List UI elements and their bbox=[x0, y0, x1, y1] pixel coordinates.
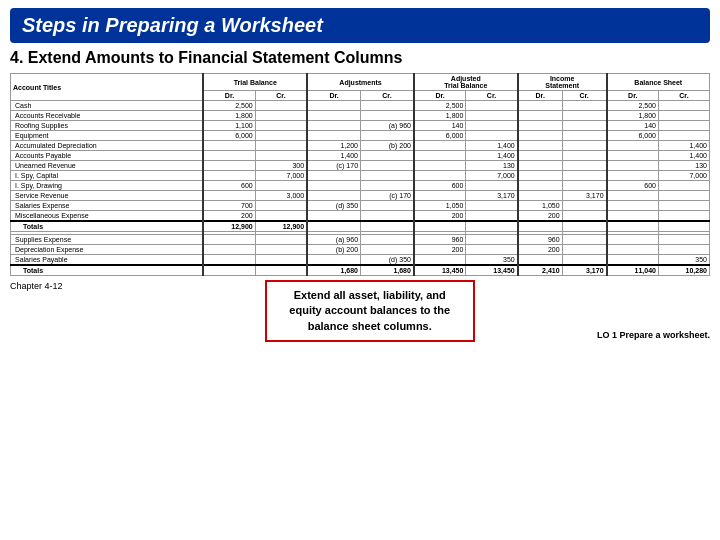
table-cell: 6,000 bbox=[414, 131, 466, 141]
th-bs-dr: Dr. bbox=[607, 91, 659, 101]
table-cell bbox=[361, 245, 414, 255]
table-cell: 11,040 bbox=[607, 265, 659, 276]
table-cell: I. Spy, Drawing bbox=[11, 181, 204, 191]
col-account-title: Account Titles bbox=[11, 74, 204, 101]
table-cell: 200 bbox=[203, 211, 255, 222]
table-cell bbox=[255, 265, 307, 276]
table-cell: Service Revenue bbox=[11, 191, 204, 201]
table-cell bbox=[361, 151, 414, 161]
table-cell: (b) 200 bbox=[361, 141, 414, 151]
table-cell bbox=[607, 161, 659, 171]
th-is-dr: Dr. bbox=[518, 91, 562, 101]
table-cell: 600 bbox=[414, 181, 466, 191]
table-cell bbox=[562, 101, 606, 111]
table-cell bbox=[658, 221, 709, 232]
table-cell bbox=[518, 181, 562, 191]
table-cell: (a) 960 bbox=[361, 121, 414, 131]
table-cell bbox=[562, 131, 606, 141]
table-cell: 13,450 bbox=[414, 265, 466, 276]
table-cell bbox=[518, 111, 562, 121]
table-cell bbox=[607, 245, 659, 255]
worksheet-table: Account Titles Trial Balance Adjustments… bbox=[10, 73, 710, 276]
table-cell: 2,500 bbox=[203, 101, 255, 111]
table-cell bbox=[466, 181, 518, 191]
lo-label: LO 1 Prepare a worksheet. bbox=[597, 330, 710, 340]
table-cell bbox=[203, 171, 255, 181]
table-cell bbox=[255, 235, 307, 245]
table-cell bbox=[307, 171, 360, 181]
th-atb-cr: Cr. bbox=[466, 91, 518, 101]
table-cell: Accumulated Depreciation bbox=[11, 141, 204, 151]
table-cell: Roofing Supplies bbox=[11, 121, 204, 131]
table-cell bbox=[255, 121, 307, 131]
table-cell bbox=[562, 235, 606, 245]
table-cell bbox=[414, 221, 466, 232]
table-cell: 350 bbox=[658, 255, 709, 266]
table-cell bbox=[518, 151, 562, 161]
table-cell bbox=[361, 161, 414, 171]
table-cell bbox=[562, 181, 606, 191]
table-cell bbox=[562, 245, 606, 255]
table-cell: Totals bbox=[11, 265, 204, 276]
table-cell bbox=[466, 131, 518, 141]
table-cell bbox=[518, 141, 562, 151]
table-cell bbox=[414, 161, 466, 171]
table-cell bbox=[203, 161, 255, 171]
table-cell bbox=[361, 111, 414, 121]
table-cell bbox=[607, 211, 659, 222]
table-cell bbox=[658, 235, 709, 245]
table-cell: (d) 350 bbox=[307, 201, 360, 211]
table-cell: 1,800 bbox=[607, 111, 659, 121]
table-cell: Totals bbox=[11, 221, 204, 232]
table-cell bbox=[203, 191, 255, 201]
table-cell bbox=[361, 101, 414, 111]
table-cell: 2,500 bbox=[414, 101, 466, 111]
table-cell bbox=[466, 101, 518, 111]
table-cell: 7,000 bbox=[658, 171, 709, 181]
table-cell bbox=[361, 221, 414, 232]
col-group-adjusted-tb: AdjustedTrial Balance bbox=[414, 74, 518, 91]
th-is-cr: Cr. bbox=[562, 91, 606, 101]
table-cell bbox=[607, 171, 659, 181]
table-cell bbox=[518, 191, 562, 201]
table-cell: 1,800 bbox=[414, 111, 466, 121]
table-cell: 960 bbox=[518, 235, 562, 245]
table-cell bbox=[518, 221, 562, 232]
table-cell: 960 bbox=[414, 235, 466, 245]
table-cell bbox=[658, 181, 709, 191]
header: Steps in Preparing a Worksheet bbox=[0, 8, 720, 43]
table-cell: 7,000 bbox=[466, 171, 518, 181]
table-cell bbox=[361, 201, 414, 211]
table-cell: 1,680 bbox=[307, 265, 360, 276]
table-cell bbox=[658, 101, 709, 111]
table-cell: 1,400 bbox=[466, 141, 518, 151]
table-cell bbox=[607, 151, 659, 161]
table-cell bbox=[414, 255, 466, 266]
table-cell bbox=[518, 101, 562, 111]
table-cell: (c) 170 bbox=[307, 161, 360, 171]
col-group-adjustments: Adjustments bbox=[307, 74, 414, 91]
table-cell: I. Spy, Capital bbox=[11, 171, 204, 181]
table-cell bbox=[307, 181, 360, 191]
table-cell bbox=[562, 161, 606, 171]
table-cell: 1,200 bbox=[307, 141, 360, 151]
table-cell: (d) 350 bbox=[361, 255, 414, 266]
table-cell bbox=[255, 211, 307, 222]
table-cell: 1,400 bbox=[658, 151, 709, 161]
table-cell bbox=[203, 255, 255, 266]
table-cell: Depreciation Expense bbox=[11, 245, 204, 255]
table-cell: 12,900 bbox=[255, 221, 307, 232]
table-cell bbox=[658, 191, 709, 201]
table-cell: 1,400 bbox=[658, 141, 709, 151]
table-cell bbox=[414, 171, 466, 181]
table-cell bbox=[307, 255, 360, 266]
table-cell bbox=[518, 131, 562, 141]
table-cell: 2,410 bbox=[518, 265, 562, 276]
table-cell: 3,170 bbox=[562, 191, 606, 201]
table-cell bbox=[255, 131, 307, 141]
table-cell bbox=[307, 131, 360, 141]
table-cell bbox=[361, 181, 414, 191]
table-cell bbox=[361, 235, 414, 245]
callout-box: Extend all asset, liability, and equity … bbox=[265, 280, 475, 342]
table-cell bbox=[518, 161, 562, 171]
